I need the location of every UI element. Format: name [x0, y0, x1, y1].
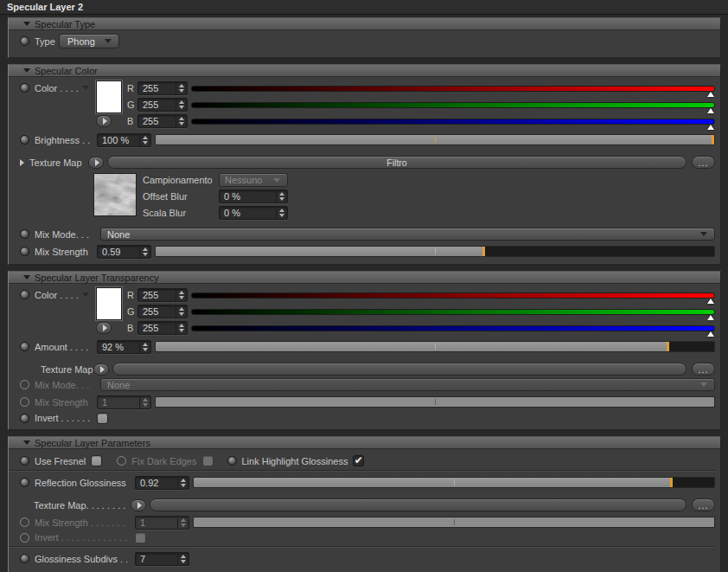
texture-expand-button[interactable]	[88, 157, 104, 169]
collapse-triangle-icon[interactable]	[23, 68, 30, 73]
stepper-icon[interactable]	[177, 477, 188, 489]
type-dropdown[interactable]: Phong	[59, 34, 119, 48]
section-header-transparency[interactable]: Specular Layer Transparency	[9, 272, 720, 284]
collapse-triangle-icon[interactable]	[23, 22, 30, 26]
stepper-icon[interactable]	[139, 246, 150, 258]
offset-blur-spinner[interactable]: 0 %	[219, 190, 288, 203]
fix-dark-edges-label: Fix Dark Edges	[131, 456, 196, 466]
texture-slot-button[interactable]	[112, 363, 686, 376]
expand-triangle-icon[interactable]	[20, 159, 24, 166]
g-spinner[interactable]: 255	[137, 98, 188, 112]
stepper-icon[interactable]	[177, 553, 188, 565]
texture-filter-button[interactable]: Filtro	[107, 156, 686, 169]
texture-thumbnail[interactable]	[93, 173, 137, 216]
anim-dot-amount[interactable]	[20, 342, 29, 351]
texture-browse-button[interactable]: ...	[692, 498, 715, 511]
reflection-glossiness-slider[interactable]	[193, 477, 715, 488]
color-swatch[interactable]	[96, 287, 122, 320]
b-spinner[interactable]: 255	[137, 321, 188, 335]
mix-mode-dropdown[interactable]: None	[100, 228, 715, 241]
texture-map-label: Texture Map	[20, 364, 93, 375]
g-gradient-slider[interactable]	[191, 305, 715, 319]
section-title: Specular Type	[35, 19, 95, 29]
anim-dot-color[interactable]	[20, 83, 29, 93]
r-gradient-slider[interactable]	[191, 81, 715, 96]
texture-expand-button[interactable]	[93, 363, 109, 376]
scale-blur-spinner[interactable]: 0 %	[219, 206, 288, 220]
use-fresnel-checkbox[interactable]	[91, 455, 102, 466]
stepper-icon[interactable]	[176, 322, 187, 334]
stepper-icon[interactable]	[176, 115, 187, 127]
g-label: G	[126, 306, 137, 317]
reflection-glossiness-spinner[interactable]: 0.92	[135, 476, 189, 490]
slider-handle-icon[interactable]	[707, 315, 714, 320]
stepper-icon[interactable]	[176, 99, 187, 111]
stepper-icon[interactable]	[276, 190, 287, 202]
stepper-icon[interactable]	[176, 305, 187, 318]
slider-handle-icon[interactable]	[707, 108, 714, 113]
b-spinner[interactable]: 255	[137, 114, 188, 128]
color-options-triangle-icon[interactable]	[82, 86, 89, 90]
texture-browse-button[interactable]: ...	[692, 363, 715, 376]
slider-handle-icon[interactable]	[707, 299, 714, 304]
mix-strength-spinner[interactable]: 0.59	[97, 245, 151, 259]
g-spinner[interactable]: 255	[137, 305, 188, 318]
section-header-specular-type[interactable]: Specular Type	[9, 18, 720, 30]
brightness-slider[interactable]	[155, 134, 715, 145]
stepper-icon	[177, 517, 188, 529]
slider-handle-icon[interactable]	[707, 331, 714, 337]
stepper-icon[interactable]	[176, 289, 187, 301]
section-header-specular-color[interactable]: Specular Color	[9, 65, 720, 77]
anim-dot-mix-mode[interactable]	[20, 229, 29, 239]
r-spinner[interactable]: 255	[137, 81, 188, 95]
color-options-triangle-icon[interactable]	[82, 292, 89, 297]
section-header-parameters[interactable]: Specular Layer Parameters	[9, 437, 720, 449]
stepper-icon[interactable]	[139, 341, 150, 353]
r-spinner[interactable]: 255	[137, 288, 188, 302]
color-rgb-block: Color . . . . R 255 G 255 B	[9, 80, 715, 129]
anim-dot-brightness[interactable]	[20, 135, 29, 145]
anim-dot-glossiness-subdivs[interactable]	[20, 554, 29, 563]
check-icon: ✔	[354, 456, 363, 465]
stepper-icon[interactable]	[276, 207, 287, 219]
amount-spinner[interactable]: 92 %	[97, 340, 151, 354]
invert-checkbox[interactable]	[97, 413, 108, 424]
mix-strength-slider	[155, 396, 715, 408]
amount-slider[interactable]	[155, 341, 715, 352]
mix-strength-spinner: 1	[135, 516, 189, 530]
texture-map-label: Texture Map	[29, 157, 88, 168]
scale-blur-label: Scala Blur	[143, 208, 219, 218]
b-gradient-slider[interactable]	[191, 321, 715, 336]
stepper-icon[interactable]	[176, 82, 187, 94]
texture-browse-button[interactable]: ...	[692, 156, 715, 169]
slider-handle-icon[interactable]	[707, 125, 714, 130]
anim-dot-link-highlight[interactable]	[227, 456, 237, 466]
anim-dot-color[interactable]	[20, 290, 29, 299]
section-specular-type: Specular Type Type Phong	[8, 17, 721, 58]
color-swatch[interactable]	[96, 80, 122, 113]
texture-expand-button[interactable]	[131, 499, 146, 511]
g-gradient-slider[interactable]	[191, 98, 715, 112]
r-label: R	[126, 290, 137, 300]
color-expand-button[interactable]	[96, 322, 112, 334]
anim-dot-use-fresnel[interactable]	[20, 456, 29, 466]
anim-dot-invert[interactable]	[20, 414, 29, 423]
stepper-icon[interactable]	[139, 134, 150, 146]
anim-dot-reflection-glossiness[interactable]	[20, 478, 29, 487]
anim-dot-type[interactable]	[20, 36, 29, 46]
texture-slot-button[interactable]	[150, 498, 686, 511]
collapse-triangle-icon[interactable]	[23, 440, 30, 445]
section-specular-color: Specular Color Color . . . . R 255 G 255	[8, 64, 721, 265]
color-expand-button[interactable]	[96, 115, 112, 127]
b-label: B	[126, 323, 137, 333]
glossiness-subdivs-spinner[interactable]: 7	[135, 552, 189, 566]
collapse-triangle-icon[interactable]	[23, 275, 30, 280]
mix-strength-slider[interactable]	[155, 246, 715, 257]
texture-map-label: Texture Map. . . . . . . .	[34, 500, 131, 511]
link-highlight-checkbox[interactable]: ✔	[353, 455, 364, 466]
anim-dot-mix-strength[interactable]	[20, 247, 29, 256]
b-gradient-slider[interactable]	[191, 114, 715, 129]
slider-handle-icon[interactable]	[707, 92, 714, 97]
brightness-spinner[interactable]: 100 %	[97, 133, 151, 147]
r-gradient-slider[interactable]	[191, 288, 715, 303]
